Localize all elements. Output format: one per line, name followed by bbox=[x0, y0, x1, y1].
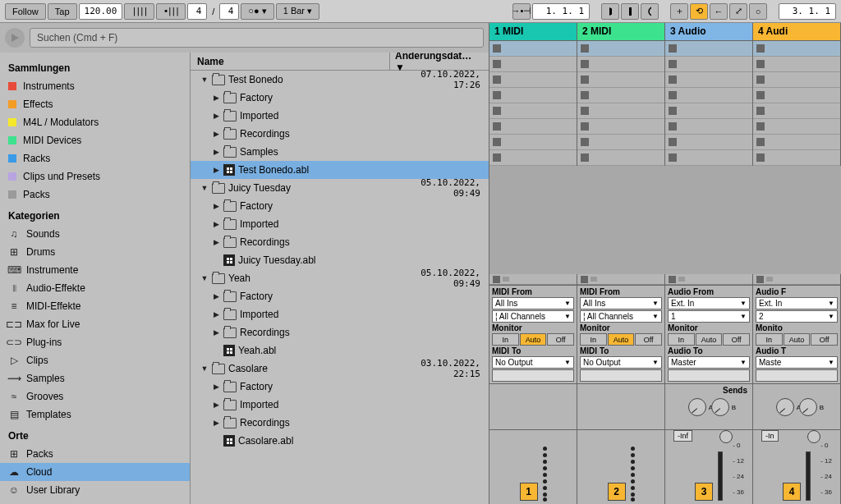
disclosure-triangle-icon[interactable] bbox=[212, 346, 220, 355]
clip-slot[interactable] bbox=[665, 88, 752, 103]
send-a-knob[interactable] bbox=[688, 398, 706, 416]
nudge-down-icon[interactable]: |||| bbox=[124, 3, 154, 20]
disclosure-triangle-icon[interactable]: ▶ bbox=[212, 401, 220, 409]
clip-slot[interactable] bbox=[665, 135, 752, 150]
clip-slot[interactable] bbox=[489, 57, 577, 72]
monitor-auto-button[interactable]: Auto bbox=[784, 333, 811, 346]
capture-button[interactable]: ⤢ bbox=[729, 3, 747, 20]
clip-slot[interactable] bbox=[489, 41, 577, 57]
io-to-dropdown[interactable]: No Output▼ bbox=[492, 356, 574, 369]
io-from-dropdown[interactable]: Ext. In▼ bbox=[668, 297, 750, 309]
monitor-off-button[interactable]: Off bbox=[635, 333, 662, 346]
clip-slot[interactable] bbox=[489, 88, 577, 103]
file-row[interactable]: ▶Imported bbox=[191, 107, 489, 125]
monitor-in-button[interactable]: In bbox=[492, 333, 519, 346]
file-row[interactable]: Yeah.abl bbox=[191, 341, 489, 360]
file-row[interactable]: ▶Samples bbox=[191, 143, 489, 161]
clip-slot[interactable] bbox=[577, 88, 664, 103]
track-header[interactable]: 3 Audio bbox=[665, 23, 753, 41]
disclosure-triangle-icon[interactable]: ▶ bbox=[212, 202, 220, 210]
file-row[interactable]: ▼Test Bonedo07.10.2022, 17:26 bbox=[191, 71, 489, 89]
clip-slot[interactable] bbox=[753, 119, 840, 135]
quantize-menu[interactable]: 1 Bar ▾ bbox=[276, 3, 319, 20]
file-row[interactable]: ▶Recordings bbox=[191, 414, 489, 432]
file-row[interactable]: Juicy Tuesday.abl bbox=[191, 251, 489, 269]
file-row[interactable]: ▶Factory bbox=[191, 197, 489, 215]
clip-slot[interactable] bbox=[577, 41, 664, 57]
category-templates[interactable]: ▤Templates bbox=[0, 405, 190, 424]
collection-instruments[interactable]: Instruments bbox=[0, 77, 190, 95]
file-row[interactable]: ▶Imported bbox=[191, 396, 489, 414]
disclosure-triangle-icon[interactable] bbox=[212, 256, 220, 264]
io-sub-dropdown[interactable] bbox=[668, 369, 750, 382]
monitor-off-button[interactable]: Off bbox=[547, 333, 574, 346]
session-record-button[interactable]: ○ bbox=[749, 3, 767, 20]
monitor-auto-button[interactable]: Auto bbox=[696, 333, 723, 346]
song-position[interactable]: 1. 1. 1 bbox=[532, 3, 590, 20]
disclosure-triangle-icon[interactable]: ▶ bbox=[212, 328, 220, 337]
clip-slot[interactable] bbox=[489, 150, 577, 166]
file-row[interactable]: ▶Factory bbox=[191, 378, 489, 396]
track-status-row[interactable] bbox=[489, 274, 577, 285]
clip-slot[interactable] bbox=[489, 119, 577, 135]
timesig-denominator[interactable]: 4 bbox=[219, 3, 239, 20]
overdub-button[interactable]: ＋ bbox=[670, 3, 688, 20]
metronome-button[interactable]: ○● ▾ bbox=[241, 3, 273, 20]
category-grooves[interactable]: ≈Grooves bbox=[0, 387, 190, 405]
follow-button[interactable]: Follow bbox=[5, 3, 46, 20]
category-audio-effekte[interactable]: ⫴Audio-Effekte bbox=[0, 279, 190, 297]
io-from-dropdown[interactable]: Ext. In▼ bbox=[756, 297, 838, 309]
peak-level[interactable]: -Inf bbox=[673, 430, 692, 442]
monitor-off-button[interactable]: Off bbox=[723, 333, 750, 346]
timesig-numerator[interactable]: 4 bbox=[187, 3, 207, 20]
disclosure-triangle-icon[interactable]: ▼ bbox=[200, 364, 209, 373]
monitor-in-button[interactable]: In bbox=[756, 333, 783, 346]
collection-racks[interactable]: Racks bbox=[0, 149, 190, 167]
track-header[interactable]: 4 Audi bbox=[753, 23, 841, 41]
monitor-off-button[interactable]: Off bbox=[811, 333, 838, 346]
track-activator-button[interactable]: 3 bbox=[695, 483, 713, 501]
nudge-up-icon[interactable]: •||| bbox=[156, 3, 186, 20]
disclosure-triangle-icon[interactable]: ▼ bbox=[200, 274, 209, 282]
category-instrumente[interactable]: ⌨Instrumente bbox=[0, 261, 190, 279]
file-row[interactable]: ▼Yeah05.10.2022, 09:49 bbox=[191, 269, 489, 287]
place-cloud[interactable]: ☁Cloud bbox=[0, 463, 190, 481]
disclosure-triangle-icon[interactable]: ▶ bbox=[212, 166, 220, 174]
category-sounds[interactable]: ♫Sounds bbox=[0, 225, 190, 243]
file-row[interactable]: ▶Factory bbox=[191, 287, 489, 305]
place-packs[interactable]: ⊞Packs bbox=[0, 445, 190, 463]
clip-slot[interactable] bbox=[577, 135, 664, 150]
send-b-knob[interactable] bbox=[799, 398, 817, 416]
io-sub-dropdown[interactable] bbox=[580, 369, 662, 382]
disclosure-triangle-icon[interactable]: ▶ bbox=[212, 310, 220, 318]
preview-play-icon[interactable] bbox=[5, 28, 25, 48]
disclosure-triangle-icon[interactable]: ▶ bbox=[212, 383, 220, 391]
file-row[interactable]: Casolare.abl bbox=[191, 432, 489, 450]
file-row[interactable]: ▼Casolare03.10.2022, 22:15 bbox=[191, 360, 489, 378]
collection-clips-und-presets[interactable]: Clips und Presets bbox=[0, 167, 190, 186]
disclosure-triangle-icon[interactable]: ▶ bbox=[212, 220, 220, 228]
clip-slot[interactable] bbox=[753, 150, 840, 166]
clip-slot[interactable] bbox=[753, 57, 840, 72]
column-name-header[interactable]: Name bbox=[191, 53, 390, 70]
io-to-dropdown[interactable]: Master▼ bbox=[668, 356, 750, 369]
track-status-row[interactable] bbox=[577, 274, 664, 285]
file-row[interactable]: ▶Test Bonedo.abl bbox=[191, 161, 489, 179]
clip-slot[interactable] bbox=[665, 41, 752, 57]
reenable-automation-button[interactable]: ← bbox=[710, 3, 728, 20]
io-from-dropdown[interactable]: All Ins▼ bbox=[580, 297, 662, 309]
track-header[interactable]: 1 MIDI bbox=[489, 23, 577, 41]
track-activator-button[interactable]: 4 bbox=[783, 483, 801, 501]
send-b-knob[interactable] bbox=[711, 398, 729, 416]
monitor-auto-button[interactable]: Auto bbox=[608, 333, 635, 346]
clip-slot[interactable] bbox=[577, 72, 664, 88]
clip-slot[interactable] bbox=[665, 119, 752, 135]
stop-button[interactable] bbox=[621, 3, 639, 20]
clip-slot[interactable] bbox=[753, 135, 840, 150]
disclosure-triangle-icon[interactable]: ▶ bbox=[212, 130, 220, 138]
category-plug-ins[interactable]: ⊂⊃Plug-ins bbox=[0, 333, 190, 351]
monitor-auto-button[interactable]: Auto bbox=[520, 333, 547, 346]
clip-slot[interactable] bbox=[665, 103, 752, 119]
clip-slot[interactable] bbox=[577, 119, 664, 135]
clip-slot[interactable] bbox=[753, 41, 840, 57]
